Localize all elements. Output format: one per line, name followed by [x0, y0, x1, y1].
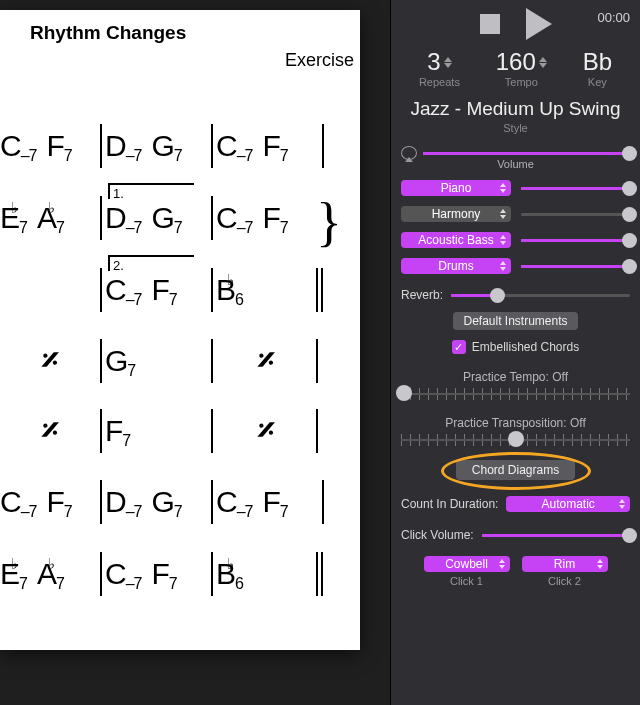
song-title: Rhythm Changes	[4, 22, 356, 44]
song-subtitle: Exercise	[285, 50, 354, 71]
click-volume-label: Click Volume:	[401, 528, 474, 542]
double-barline	[316, 552, 323, 596]
embellished-checkbox[interactable]: ✓	[452, 340, 466, 354]
stop-button[interactable]	[480, 14, 500, 34]
reverb-slider[interactable]	[451, 294, 630, 297]
default-instruments-button[interactable]: Default Instruments	[453, 312, 577, 330]
practice-tempo-label: Practice Tempo: Off	[401, 370, 630, 384]
piano-volume-slider[interactable]	[521, 187, 630, 190]
drums-select[interactable]: Drums	[401, 258, 511, 274]
reverb-label: Reverb:	[401, 288, 443, 302]
embellished-label: Embellished Chords	[472, 340, 579, 354]
click1-select[interactable]: Cowbell	[424, 556, 510, 572]
harmony-volume-slider[interactable]	[521, 213, 630, 216]
style-name[interactable]: Jazz - Medium Up Swing	[401, 98, 630, 120]
chord-diagrams-button[interactable]: Chord Diagrams	[456, 460, 575, 480]
ending-1: 1.	[108, 183, 194, 199]
practice-transpose-label: Practice Transposition: Off	[401, 416, 630, 430]
count-in-label: Count In Duration:	[401, 497, 498, 511]
harmony-select[interactable]: Harmony	[401, 206, 511, 222]
click-volume-slider[interactable]	[482, 534, 630, 537]
practice-tempo-slider[interactable]	[401, 388, 630, 400]
bass-volume-slider[interactable]	[521, 239, 630, 242]
ending-2: 2.	[108, 255, 194, 271]
airplay-icon[interactable]	[401, 146, 417, 160]
time-display: 00:00	[597, 10, 630, 25]
count-in-select[interactable]: Automatic	[506, 496, 630, 512]
drums-volume-slider[interactable]	[521, 265, 630, 268]
tempo-stepper[interactable]: 160	[496, 48, 547, 76]
play-button[interactable]	[526, 8, 552, 40]
control-panel: 00:00 3 Repeats 160 Tempo Bb Key Jazz - …	[390, 0, 640, 705]
bass-select[interactable]: Acoustic Bass	[401, 232, 511, 248]
chord-chart: C–7 F7 D–7 G7 C–7 F7 E♭7 A♭7 1.	[0, 110, 360, 610]
click2-select[interactable]: Rim	[522, 556, 608, 572]
double-barline	[316, 268, 323, 312]
lead-sheet: Rhythm Changes Exercise C–7 F7 D–7 G7 C–…	[0, 10, 360, 650]
practice-transpose-slider[interactable]	[401, 434, 630, 446]
repeats-stepper[interactable]: 3	[427, 48, 451, 76]
master-volume-slider[interactable]	[423, 152, 630, 155]
piano-select[interactable]: Piano	[401, 180, 511, 196]
key-select[interactable]: Bb	[583, 48, 612, 76]
